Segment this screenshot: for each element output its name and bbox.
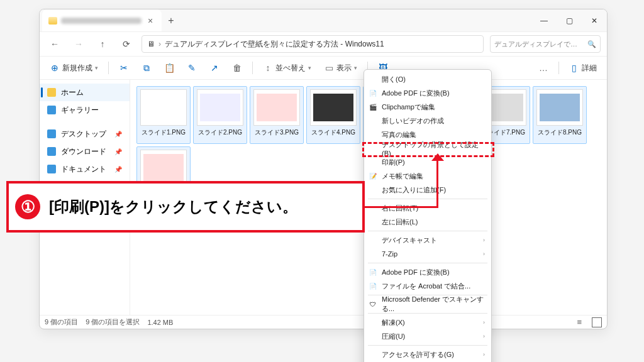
ctx-open[interactable]: 開く(O) xyxy=(364,72,491,86)
file-name: スライド1.PNG xyxy=(142,128,186,137)
view-icon: ▭ xyxy=(324,63,334,73)
submenu-arrow-icon: › xyxy=(483,251,485,257)
ctx-rotate-left[interactable]: 左に回転(L) xyxy=(364,215,491,229)
tab-close-button[interactable]: × xyxy=(145,16,155,26)
ctx-notepad-icon: 📝 xyxy=(369,172,377,180)
sidebar-item-label: ダウンロード xyxy=(61,146,106,157)
ctx-new-video[interactable]: 新しいビデオの作成 xyxy=(364,114,491,128)
more-button[interactable]: … xyxy=(533,60,553,75)
sidebar-item-downloads[interactable]: ダウンロード📌 xyxy=(40,143,130,160)
back-button[interactable]: ← xyxy=(46,35,64,53)
share-button[interactable]: ↗ xyxy=(204,60,225,75)
arrow-vertical xyxy=(436,157,438,208)
file-item[interactable]: スライド3.PNG xyxy=(250,86,304,144)
ctx-set-wallpaper[interactable]: デスクトップの背景として設定(B) xyxy=(364,141,491,155)
ctx-cast[interactable]: デバイスキャスト› xyxy=(364,233,491,247)
sidebar-item-gallery-icon xyxy=(47,106,56,114)
minimize-button[interactable]: — xyxy=(531,9,557,32)
ctx-favorite[interactable]: お気に入りに追加(F) xyxy=(364,183,491,197)
ctx-item-label: 左に回転(L) xyxy=(382,217,418,227)
search-box[interactable]: デュアルディスプレイで壁紙を別々に設定 🔍 xyxy=(490,35,601,53)
folder-icon xyxy=(48,17,57,25)
thumbnail xyxy=(536,89,583,126)
list-view-icon[interactable]: ≡ xyxy=(577,317,582,327)
close-window-button[interactable]: ✕ xyxy=(582,9,607,32)
context-menu: 開く(O)📄Adobe PDF に変換(B)🎬Clipchampで編集新しいビデ… xyxy=(364,69,492,362)
details-label: 詳細 xyxy=(582,63,597,74)
ctx-grant-access[interactable]: アクセスを許可する(G)› xyxy=(364,348,491,361)
selected-count: 9 個の項目を選択 xyxy=(86,317,140,327)
ctx-clipchamp-icon: 🎬 xyxy=(369,102,377,111)
ctx-item-label: Adobe PDF に変換(B) xyxy=(382,89,450,98)
divider xyxy=(558,62,559,74)
submenu-arrow-icon: › xyxy=(483,333,485,339)
view-button[interactable]: ▭ 表示 ▾ xyxy=(319,60,362,76)
maximize-button[interactable]: ▢ xyxy=(557,9,582,32)
breadcrumb-separator: › xyxy=(158,40,161,48)
selection-size: 1.42 MB xyxy=(147,319,173,326)
details-pane-button[interactable]: ▯ 詳細 xyxy=(564,60,602,76)
ctx-compress[interactable]: 圧縮(U)› xyxy=(364,329,491,343)
ctx-print[interactable]: 印刷(P) xyxy=(364,155,491,169)
instruction-text: [印刷(P)]をクリックしてください。 xyxy=(49,197,297,217)
refresh-button[interactable]: ⟳ xyxy=(118,35,135,53)
file-item[interactable]: スライド8.PNG xyxy=(533,86,587,144)
ctx-adobe-pdf-2[interactable]: 📄Adobe PDF に変換(B) xyxy=(364,265,491,279)
file-name: スライド2.PNG xyxy=(198,128,242,137)
ctx-7zip[interactable]: 7-Zip› xyxy=(364,247,491,261)
ctx-clipchamp[interactable]: 🎬Clipchampで編集 xyxy=(364,100,491,114)
new-button[interactable]: ⊕ 新規作成 ▾ xyxy=(45,60,103,76)
divider xyxy=(108,62,109,74)
ctx-rotate-right[interactable]: 右に回転(T) xyxy=(364,201,491,215)
sidebar-item-gallery[interactable]: ギャラリー xyxy=(40,101,130,119)
address-bar[interactable]: 🖥 › デュアルディスプレイで壁紙を別々に設定する方法 - Windows11 xyxy=(142,35,484,53)
ctx-separator xyxy=(368,345,487,346)
forward-button[interactable]: → xyxy=(70,35,87,53)
ctx-notepad[interactable]: 📝メモ帳で編集 xyxy=(364,169,491,183)
ctx-separator xyxy=(368,231,487,231)
up-button[interactable]: ↑ xyxy=(94,35,111,53)
ctx-acrobat-combine[interactable]: 📄ファイルを Acrobat で結合... xyxy=(364,279,491,293)
chevron-down-icon: ▾ xyxy=(308,65,311,71)
ctx-item-label: 印刷(P) xyxy=(382,158,405,167)
sidebar-item-documents[interactable]: ドキュメント📌 xyxy=(40,160,130,178)
ctx-item-label: 右に回転(T) xyxy=(382,204,418,213)
sort-button[interactable]: ↕ 並べ替え ▾ xyxy=(258,60,316,76)
scissors-icon: ✂ xyxy=(119,63,129,73)
ctx-item-label: Adobe PDF に変換(B) xyxy=(382,268,450,277)
file-item[interactable]: スライド1.PNG xyxy=(136,86,191,144)
sidebar-item-home[interactable]: ホーム xyxy=(40,84,130,101)
sidebar-item-label: ギャラリー xyxy=(61,105,99,116)
sidebar-item-desktop[interactable]: デスクトップ📌 xyxy=(40,125,130,143)
file-item[interactable]: スライド4.PNG xyxy=(306,86,360,144)
toolbar: ⊕ 新規作成 ▾ ✂ ⧉ 📋 ✎ ↗ 🗑 ↕ 並べ替え ▾ ▭ 表示 ▾ 🖼 …… xyxy=(40,56,607,80)
ctx-item-label: 7-Zip xyxy=(382,250,397,258)
view-label: 表示 xyxy=(336,63,352,74)
pc-icon: 🖥 xyxy=(147,40,155,48)
cut-button[interactable]: ✂ xyxy=(114,60,134,75)
ctx-item-label: メモ帳で編集 xyxy=(382,172,423,181)
ctx-extract[interactable]: 解凍(X)› xyxy=(364,315,491,329)
ctx-defender[interactable]: 🛡Microsoft Defender でスキャンする... xyxy=(364,297,491,311)
new-tab-button[interactable]: + xyxy=(162,15,180,26)
search-placeholder: デュアルディスプレイで壁紙を別々に設定 xyxy=(494,40,584,49)
svg-marker-0 xyxy=(431,153,444,161)
file-item[interactable]: スライド2.PNG xyxy=(193,86,247,144)
trash-icon: 🗑 xyxy=(232,63,242,73)
search-icon: 🔍 xyxy=(587,40,596,48)
window-tab[interactable]: × xyxy=(42,9,162,31)
new-label: 新規作成 xyxy=(62,63,92,74)
delete-button[interactable]: 🗑 xyxy=(227,60,247,75)
copy-icon: ⧉ xyxy=(142,63,152,73)
grid-view-icon[interactable] xyxy=(592,317,602,327)
arrow-head-icon xyxy=(431,153,444,161)
rename-button[interactable]: ✎ xyxy=(182,60,202,75)
ctx-adobe-pdf[interactable]: 📄Adobe PDF に変換(B) xyxy=(364,86,491,100)
thumbnail xyxy=(253,89,300,126)
paste-button[interactable]: 📋 xyxy=(159,60,179,75)
arrow-horizontal xyxy=(365,206,438,208)
submenu-arrow-icon: › xyxy=(483,319,485,326)
sort-label: 並べ替え xyxy=(275,63,306,74)
copy-button[interactable]: ⧉ xyxy=(136,60,157,75)
details-pane-icon: ▯ xyxy=(569,63,579,73)
